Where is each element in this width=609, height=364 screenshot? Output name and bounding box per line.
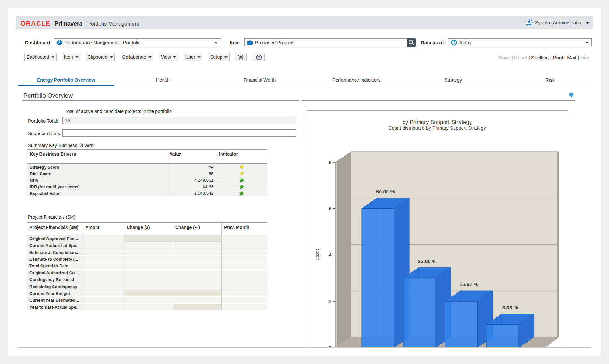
svg-text:50.00 %: 50.00 % [376,189,395,194]
svg-text:16.67 %: 16.67 % [459,281,478,287]
svg-text:Count distributed by Primary S: Count distributed by Primary Support Str… [388,125,486,131]
svg-text:4: 4 [329,252,331,257]
svg-text:25.00 %: 25.00 % [418,258,436,264]
svg-text:?: ? [258,55,260,59]
svg-text:8: 8 [329,159,331,165]
svg-text:Count: Count [315,249,320,260]
svg-text:2: 2 [329,298,331,304]
svg-text:by Primary Support Strategy: by Primary Support Strategy [402,119,472,125]
svg-text:8.33 %: 8.33 % [502,305,518,310]
svg-text:6: 6 [329,206,331,211]
